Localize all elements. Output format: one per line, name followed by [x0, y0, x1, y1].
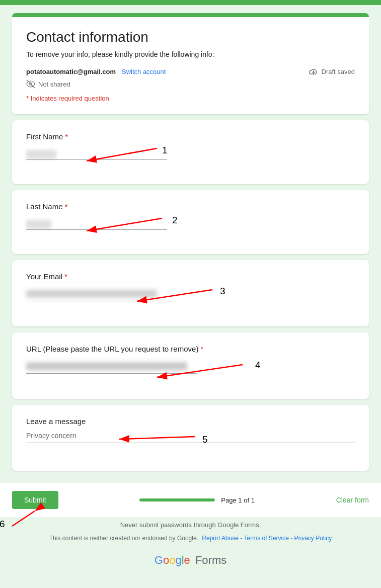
page-label: Page 1 of 1 — [221, 496, 255, 504]
not-shared-icon — [26, 79, 35, 89]
url-card: URL (Please paste the URL you request to… — [12, 332, 369, 399]
email-card: Your Email * 3 — [12, 260, 369, 326]
required-star-2: * — [65, 202, 68, 211]
not-shared-text: Not shared — [38, 80, 70, 88]
svg-line-14 — [12, 511, 35, 526]
anno-num-5: 5 — [202, 434, 208, 445]
terms-link[interactable]: Terms of Service — [244, 535, 288, 542]
arrow-3 — [122, 287, 233, 312]
footer-disclaimer: This content is neither created nor endo… — [49, 535, 198, 542]
anno-num-2: 2 — [172, 215, 178, 226]
svg-line-6 — [87, 218, 162, 231]
progress-section: Page 1 of 1 — [139, 496, 255, 504]
account-email: potatoautomatic@gmail.com — [26, 68, 116, 75]
arrow-2 — [66, 216, 177, 241]
svg-line-4 — [87, 148, 157, 161]
required-star-3: * — [64, 272, 67, 281]
message-card: Leave a message Privacy concern 5 — [12, 405, 369, 471]
url-label: URL (Please paste the URL you request to… — [26, 345, 355, 353]
footer-warning: Never submit passwords through Google Fo… — [0, 517, 381, 533]
arrow-1 — [66, 146, 167, 171]
anno-num-3: 3 — [220, 286, 225, 297]
forms-logo-text: Forms — [195, 554, 226, 566]
last-name-card: Last Name * 2 — [12, 190, 369, 254]
privacy-policy-link[interactable]: Privacy Policy — [294, 535, 332, 542]
draft-saved-text: Draft saved — [322, 68, 355, 75]
progress-bar — [139, 498, 215, 501]
header-card: Contact information To remove your info,… — [12, 13, 369, 114]
google-forms-logo: Google Forms — [0, 548, 381, 573]
first-name-input-blur — [26, 150, 56, 159]
last-name-input-blur — [26, 220, 51, 229]
report-abuse-link[interactable]: Report Abuse — [202, 535, 239, 542]
bottom-bar: Submit 6 Page 1 of 1 Clear form — [0, 483, 381, 517]
arrow-4 — [142, 362, 268, 390]
email-label: Your Email * — [26, 272, 355, 281]
switch-account-link[interactable]: Switch account — [122, 68, 166, 75]
arrow-5 — [107, 432, 212, 457]
anno-num-4: 4 — [255, 360, 261, 371]
first-name-label: First Name * — [26, 132, 355, 141]
top-bar — [0, 0, 381, 5]
anno-num-6: 6 — [0, 519, 5, 530]
last-name-label: Last Name * — [26, 202, 355, 211]
arrow-6 — [7, 506, 47, 531]
progress-bar-fill — [139, 498, 215, 501]
svg-line-8 — [137, 290, 212, 301]
footer-links: This content is neither created nor endo… — [0, 533, 381, 548]
anno-num-1: 1 — [162, 145, 168, 156]
clear-form-button[interactable]: Clear form — [336, 496, 369, 504]
svg-line-12 — [119, 437, 195, 439]
form-subtitle: To remove your info, please kindly provi… — [26, 50, 355, 58]
form-title: Contact information — [26, 29, 355, 45]
required-star-1: * — [65, 132, 68, 141]
required-star-4: * — [200, 345, 203, 353]
first-name-card: First Name * 1 — [12, 120, 369, 184]
cloud-save-icon — [309, 66, 319, 76]
message-label: Leave a message — [26, 417, 355, 426]
google-logo-text: Google — [155, 554, 193, 566]
required-notice: * Indicates required question — [26, 95, 355, 102]
svg-line-10 — [157, 365, 243, 377]
